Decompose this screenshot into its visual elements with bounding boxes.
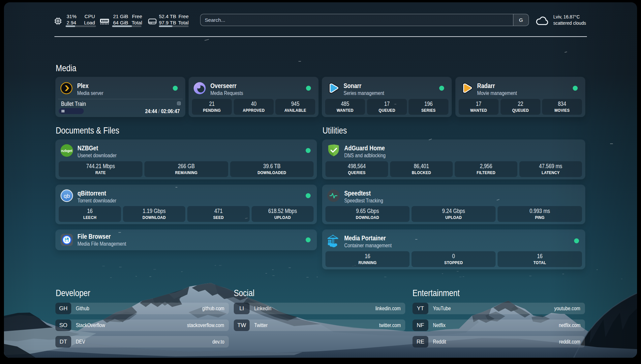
svg-text:qb: qb: [64, 193, 70, 199]
svg-text:nzbget: nzbget: [61, 149, 73, 153]
